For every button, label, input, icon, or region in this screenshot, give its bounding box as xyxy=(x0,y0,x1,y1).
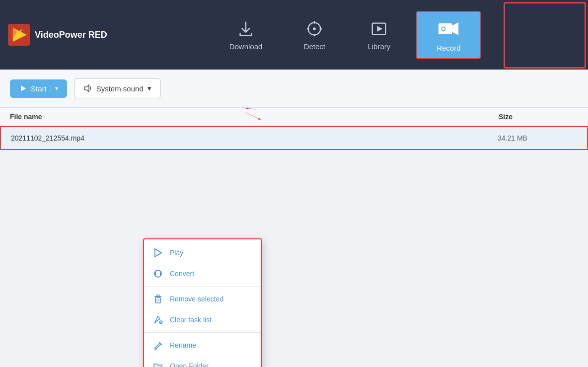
sound-chevron[interactable]: ▾ xyxy=(147,84,151,93)
nav-btn-library[interactable]: Library xyxy=(352,13,406,57)
col-size-header: Size xyxy=(499,113,578,121)
svg-rect-20 xyxy=(155,297,160,303)
context-item-rename[interactable]: Rename xyxy=(144,335,261,356)
divider-2 xyxy=(144,332,261,333)
context-item-clear[interactable]: Clear task list xyxy=(144,309,261,330)
svg-point-4 xyxy=(313,27,316,30)
svg-line-26 xyxy=(160,321,162,323)
divider-1 xyxy=(144,286,261,287)
context-item-convert[interactable]: Convert xyxy=(144,263,261,284)
main-content: Start ▾ System sound ▾ File name Size 20… xyxy=(0,70,588,150)
library-icon xyxy=(369,19,388,38)
sound-icon xyxy=(83,84,92,93)
context-rename-label: Rename xyxy=(170,341,196,349)
svg-point-14 xyxy=(442,27,445,30)
toolbar: Start ▾ System sound ▾ xyxy=(0,70,588,108)
context-item-remove[interactable]: Remove selected xyxy=(144,289,261,309)
nav-label-library: Library xyxy=(368,42,390,51)
start-chevron[interactable]: ▾ xyxy=(51,85,58,92)
download-icon xyxy=(236,19,255,38)
context-clear-label: Clear task list xyxy=(170,316,212,324)
folder-open-icon xyxy=(153,361,163,367)
convert-icon xyxy=(153,269,163,279)
context-play-label: Play xyxy=(170,249,183,257)
context-open-folder-label: Open Folder xyxy=(170,362,209,367)
play-context-icon xyxy=(153,248,163,258)
nav-label-record: Record xyxy=(437,44,460,52)
start-label: Start xyxy=(31,84,47,93)
sound-label: System sound xyxy=(96,84,144,93)
sound-button[interactable]: System sound ▾ xyxy=(74,78,161,98)
file-row[interactable]: 20211102_212554.mp4 34.21 MB xyxy=(0,126,588,150)
nav-btn-detect[interactable]: Detect xyxy=(287,13,342,57)
nav-buttons: Download Detect Library xyxy=(107,11,588,59)
trash-icon xyxy=(153,294,163,304)
file-size: 34.21 MB xyxy=(498,134,577,142)
logo-area: ⚡ VideoPower RED xyxy=(8,24,107,46)
svg-marker-15 xyxy=(21,85,26,91)
detect-icon xyxy=(305,19,324,38)
rename-icon xyxy=(153,340,163,350)
file-list-header: File name Size xyxy=(0,108,588,126)
clear-icon xyxy=(153,315,163,325)
svg-marker-10 xyxy=(377,26,383,31)
context-remove-label: Remove selected xyxy=(170,295,223,303)
nav-btn-download[interactable]: Download xyxy=(215,13,278,57)
app-title: VideoPower RED xyxy=(35,30,107,40)
header: ⚡ VideoPower RED Download Detect xyxy=(0,0,588,70)
nav-label-download: Download xyxy=(229,42,263,51)
svg-marker-17 xyxy=(155,249,161,257)
context-menu: Play Convert Remove selected xyxy=(143,238,262,367)
context-item-play[interactable]: Play xyxy=(144,242,261,263)
svg-marker-12 xyxy=(452,22,459,35)
context-item-open-folder[interactable]: Open Folder xyxy=(144,356,261,367)
play-icon xyxy=(19,84,27,92)
nav-label-detect: Detect xyxy=(304,42,325,51)
col-name-header: File name xyxy=(10,113,499,121)
svg-marker-16 xyxy=(84,85,89,92)
svg-rect-22 xyxy=(156,295,159,296)
file-name: 20211102_212554.mp4 xyxy=(11,134,498,142)
start-button[interactable]: Start ▾ xyxy=(10,79,67,98)
context-convert-label: Convert xyxy=(170,270,194,278)
svg-text:⚡: ⚡ xyxy=(13,28,25,40)
logo-icon: ⚡ xyxy=(8,24,30,46)
record-icon xyxy=(438,18,459,40)
nav-btn-record[interactable]: Record xyxy=(416,11,481,59)
